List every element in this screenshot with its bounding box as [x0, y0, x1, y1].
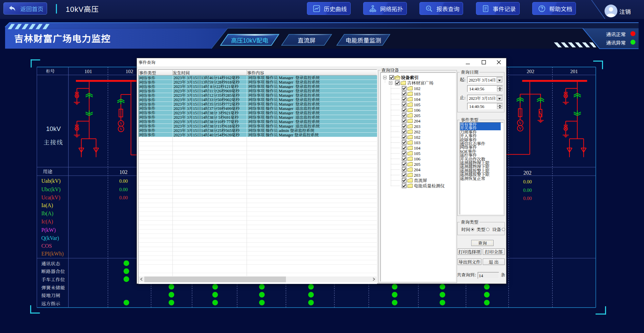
svg-text:V: V [519, 120, 522, 125]
svg-text:V: V [519, 126, 522, 131]
svg-text:V: V [120, 127, 123, 131]
svg-text:V: V [120, 121, 123, 126]
